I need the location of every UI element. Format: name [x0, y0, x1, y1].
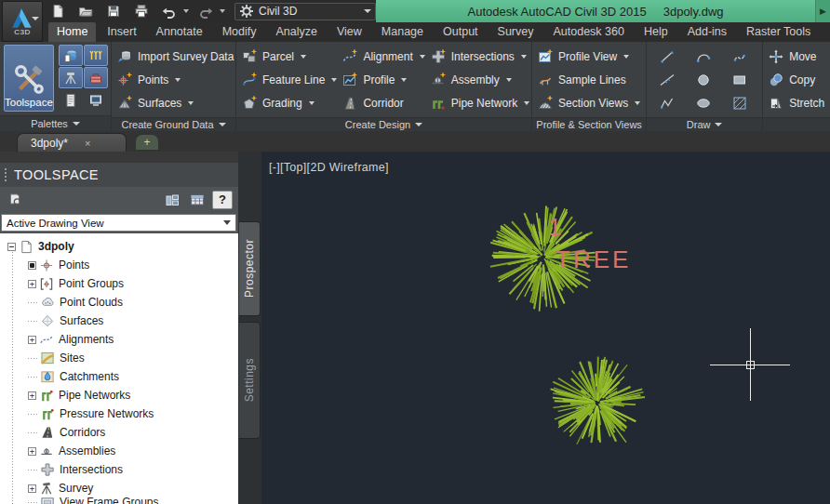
draw-pline-button[interactable]	[650, 91, 687, 114]
surfaces-button[interactable]: Surfaces	[115, 91, 232, 114]
tree-item-alignments[interactable]: +Alignments	[0, 330, 238, 349]
ts-panorama-button[interactable]	[162, 191, 182, 209]
feature-line-button[interactable]: Feature Line	[240, 68, 339, 91]
profile-button[interactable]: Profile	[341, 68, 426, 91]
expand-box-icon[interactable]: +	[28, 280, 36, 288]
panel-label-create-ground-data[interactable]: Create Ground Data	[112, 117, 235, 131]
draw-rectangle-button[interactable]	[723, 68, 759, 91]
sample-lines-button[interactable]: Sample Lines	[536, 68, 642, 91]
survey-palette-button[interactable]	[59, 67, 83, 88]
tree-item-pressure-networks[interactable]: Pressure Networks	[0, 405, 238, 423]
collapse-box-icon[interactable]: −	[7, 243, 16, 251]
grading-button[interactable]: Grading	[240, 91, 339, 114]
tree-item-sites[interactable]: Sites	[0, 349, 238, 367]
points-button[interactable]: Points	[115, 68, 232, 91]
parcel-button[interactable]: Parcel	[240, 45, 339, 68]
infocenter-expand-button[interactable]: ▶	[815, 0, 830, 22]
panel-label-palettes[interactable]: Palettes	[0, 115, 111, 131]
ribbon-tab-insert[interactable]: Insert	[99, 22, 144, 42]
alignment-button[interactable]: Alignment	[341, 45, 426, 68]
section-views-button[interactable]: Section Views	[536, 91, 642, 114]
ribbon-tab-manage[interactable]: Manage	[373, 22, 432, 42]
palette-tab-prospector[interactable]: Prospector	[239, 221, 261, 316]
draw-circle-button[interactable]	[687, 68, 723, 91]
dropdown-caret-icon[interactable]	[183, 9, 189, 13]
panel-label-create-design[interactable]: Create Design	[236, 117, 531, 131]
draw-spline-button[interactable]	[723, 45, 759, 68]
draw-ellipse-button[interactable]	[687, 91, 723, 114]
tab-close-icon[interactable]: ×	[85, 138, 90, 149]
ribbon-tab-annotate[interactable]: Annotate	[148, 22, 211, 42]
prospector-button[interactable]	[59, 45, 83, 66]
button-label: Surfaces	[138, 97, 181, 110]
ribbon-tab-analyze[interactable]: Analyze	[267, 22, 325, 42]
expand-box-icon[interactable]: +	[28, 391, 36, 400]
plot-button[interactable]	[130, 2, 153, 20]
ribbon-tab-modify[interactable]: Modify	[214, 22, 265, 42]
pipe-network-button[interactable]: Pipe Network	[429, 91, 531, 114]
ribbon-tab-help[interactable]: Help	[636, 22, 676, 42]
new-file-button[interactable]	[47, 2, 69, 20]
tree-item-survey[interactable]: +Survey	[0, 479, 238, 497]
settings-toolbar-button[interactable]	[84, 45, 108, 66]
palette-tab-settings[interactable]: Settings	[239, 322, 261, 439]
ribbon-tab-survey[interactable]: Survey	[489, 22, 542, 42]
profile-view-button[interactable]: Profile View	[536, 45, 642, 68]
expand-box-icon[interactable]: +	[28, 336, 36, 344]
stretch-button[interactable]: Stretch	[767, 91, 826, 114]
intersections-button[interactable]: Intersections	[429, 45, 531, 68]
ribbon-tab-view[interactable]: View	[328, 22, 370, 42]
tree-item-point-clouds[interactable]: Point Clouds	[0, 293, 238, 312]
toolspace-button[interactable]: Toolspace	[4, 45, 54, 112]
import-survey-data-button[interactable]: Import Survey Data	[115, 45, 232, 68]
tree-item-surfaces[interactable]: Surfaces	[0, 312, 238, 330]
panel-label-profile-section-views[interactable]: Profile & Section Views	[532, 117, 646, 131]
draw-arc-button[interactable]	[687, 45, 723, 68]
ribbon-tab-home[interactable]: Home	[48, 22, 96, 42]
draw-xline-button[interactable]	[650, 68, 687, 91]
expand-box-icon[interactable]: +	[28, 484, 36, 493]
open-button[interactable]	[74, 2, 97, 20]
copy-button[interactable]: Copy	[767, 68, 826, 91]
assembly-button[interactable]: Assembly	[429, 68, 531, 91]
dropdown-caret-icon[interactable]	[220, 9, 225, 13]
ts-table-button[interactable]	[187, 191, 208, 209]
ribbon-tab-raster-tools[interactable]: Raster Tools	[738, 22, 819, 42]
tree-item-point-groups[interactable]: +Point Groups	[0, 274, 238, 293]
ts-help-button[interactable]: ?	[212, 191, 233, 209]
tree-item-assemblies[interactable]: +Assemblies	[0, 442, 238, 460]
tree-item-intersections[interactable]: Intersections	[0, 460, 238, 479]
toolspace-header[interactable]: TOOLSPACE	[0, 163, 238, 187]
drawing-canvas[interactable]: [-][Top][2D Wireframe] 1 TREE	[261, 152, 830, 504]
ribbon-tab-express[interactable]: Express	[822, 22, 830, 42]
tree-item-points[interactable]: Points	[0, 256, 238, 274]
display-manager-button[interactable]	[84, 89, 108, 111]
tree-item-view-frame-groups[interactable]: View Frame Groups	[0, 497, 238, 504]
tree-item-3dpoly[interactable]: −3dpoly	[0, 237, 238, 256]
item-browser-button[interactable]	[59, 89, 83, 111]
ribbon-tab-add-ins[interactable]: Add-ins	[679, 22, 735, 42]
undo-button[interactable]	[158, 2, 181, 20]
tree-item-catchments[interactable]: Catchments	[0, 367, 238, 386]
move-button[interactable]: Move	[767, 45, 826, 68]
corridor-button[interactable]: Corridor	[341, 91, 426, 114]
tree-item-corridors[interactable]: Corridors	[0, 423, 238, 442]
ts-study-button[interactable]	[6, 191, 26, 209]
document-tab-3dpoly[interactable]: 3dpoly* ×	[17, 133, 127, 152]
view-mode-dropdown[interactable]: Active Drawing View	[1, 214, 236, 232]
application-menu-button[interactable]: C3D	[2, 1, 43, 42]
redo-button[interactable]	[194, 2, 217, 20]
draw-hatch-button[interactable]	[723, 91, 759, 114]
draw-line-button[interactable]	[650, 45, 687, 68]
tree-item-pipe-networks[interactable]: +Pipe Networks	[0, 386, 238, 405]
save-button[interactable]	[102, 2, 125, 20]
ribbon-tab-output[interactable]: Output	[435, 22, 487, 42]
palette-grip-icon[interactable]	[4, 167, 8, 182]
ribbon-tab-autodesk-360[interactable]: Autodesk 360	[544, 22, 632, 42]
new-drawing-tab-button[interactable]: +	[136, 135, 158, 150]
expand-box-icon[interactable]	[28, 261, 36, 270]
expand-box-icon[interactable]: +	[28, 447, 36, 456]
toolbox-button[interactable]	[84, 67, 108, 88]
workspace-dropdown[interactable]: Civil 3D	[234, 3, 376, 20]
panel-label-draw[interactable]: Draw	[647, 117, 762, 131]
